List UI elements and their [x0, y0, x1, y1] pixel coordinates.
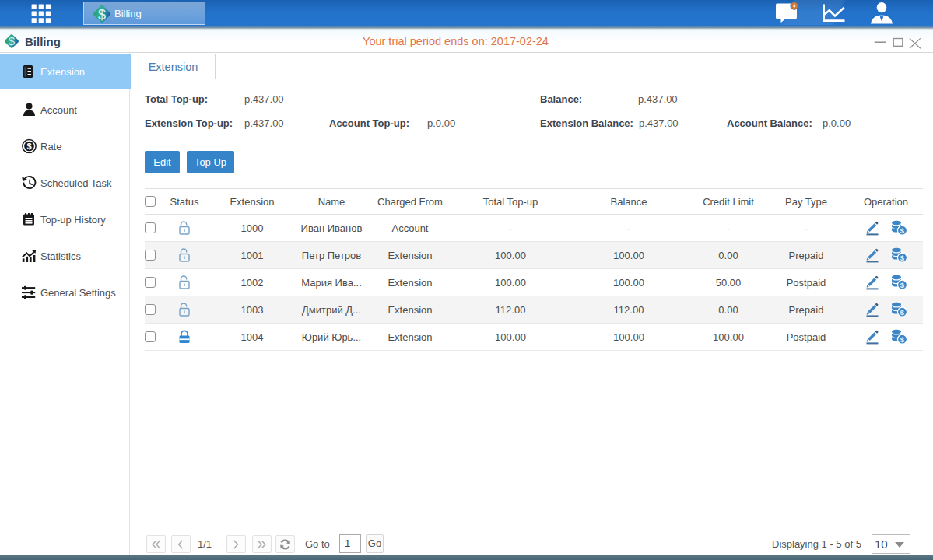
svg-text:$: $: [900, 254, 905, 262]
svg-text:$: $: [900, 335, 905, 344]
svg-text:$: $: [900, 226, 905, 235]
svg-text:$: $: [900, 281, 905, 289]
svg-text:$: $: [98, 7, 106, 23]
svg-text:$: $: [26, 141, 31, 150]
svg-text:$: $: [900, 308, 905, 317]
